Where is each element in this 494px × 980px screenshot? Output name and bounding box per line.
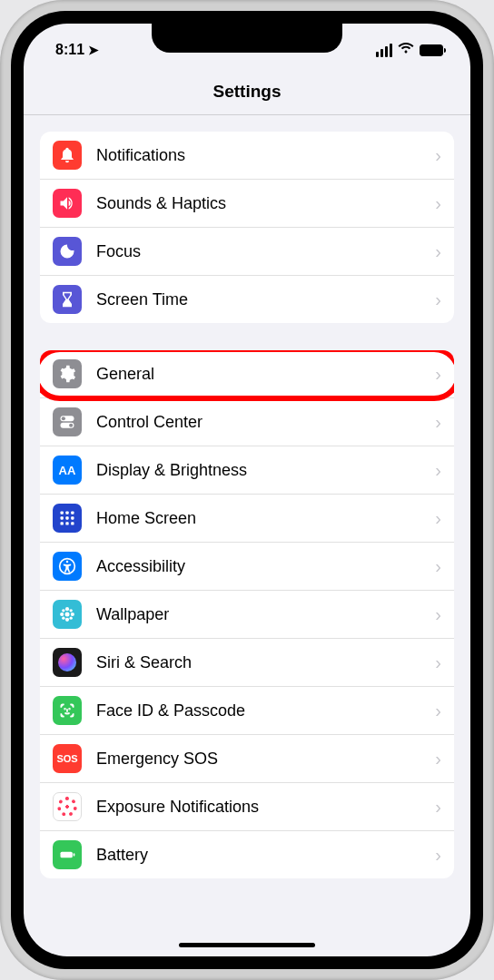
chevron-right-icon: › [435, 604, 441, 625]
svg-rect-7 [61, 516, 64, 519]
row-label: Control Center [96, 413, 435, 432]
svg-point-16 [65, 607, 69, 611]
svg-point-18 [60, 612, 64, 616]
row-screentime[interactable]: Screen Time › [40, 276, 454, 323]
svg-point-25 [69, 709, 70, 710]
row-label: Exposure Notifications [96, 798, 435, 817]
settings-list[interactable]: Notifications › Sounds & Haptics › [24, 115, 470, 939]
row-label: Screen Time [96, 290, 435, 309]
bell-icon [53, 141, 82, 170]
row-exposure[interactable]: Exposure Notifications › [40, 783, 454, 831]
svg-rect-5 [65, 512, 68, 514]
svg-rect-4 [61, 512, 64, 514]
svg-rect-12 [71, 522, 74, 524]
speaker-icon [53, 189, 82, 218]
chevron-right-icon: › [435, 364, 441, 385]
svg-point-21 [70, 609, 73, 612]
row-label: Battery [96, 846, 435, 865]
row-home-screen[interactable]: Home Screen › [40, 495, 454, 543]
row-label: Notifications [96, 146, 435, 165]
home-indicator[interactable] [179, 943, 315, 947]
row-label: Emergency SOS [96, 750, 435, 769]
chevron-right-icon: › [435, 193, 441, 214]
exposure-icon [53, 792, 82, 821]
svg-point-20 [62, 609, 64, 612]
svg-point-1 [62, 416, 65, 420]
chevron-right-icon: › [435, 145, 441, 166]
siri-icon [53, 648, 82, 677]
row-label: Siri & Search [96, 653, 435, 672]
sos-icon: SOS [53, 744, 82, 773]
chevron-right-icon: › [435, 652, 441, 673]
row-general[interactable]: General › [40, 350, 454, 398]
faceid-icon [53, 696, 82, 725]
page-title: Settings [24, 82, 470, 102]
row-label: Display & Brightness [96, 461, 435, 480]
toggles-icon [53, 407, 82, 436]
flower-icon [53, 600, 82, 629]
nav-header: Settings [24, 69, 470, 115]
chevron-right-icon: › [435, 460, 441, 481]
row-label: Sounds & Haptics [96, 194, 435, 213]
svg-point-15 [65, 612, 70, 617]
hourglass-icon [53, 285, 82, 314]
row-label: Focus [96, 242, 435, 261]
settings-group: Notifications › Sounds & Haptics › [40, 132, 454, 323]
svg-rect-6 [71, 512, 74, 514]
row-focus[interactable]: Focus › [40, 228, 454, 276]
phone-frame: 8:11 ➤ Settings [0, 0, 494, 980]
svg-point-3 [69, 424, 73, 427]
svg-point-23 [70, 617, 73, 620]
row-display[interactable]: AA Display & Brightness › [40, 446, 454, 495]
battery-icon [53, 840, 82, 869]
cellular-signal-icon [376, 44, 392, 57]
svg-rect-10 [61, 522, 64, 524]
status-time: 8:11 [55, 42, 84, 58]
grid-icon [53, 504, 82, 533]
row-label: Wallpaper [96, 605, 435, 624]
svg-rect-27 [74, 853, 75, 856]
row-label: Face ID & Passcode [96, 701, 435, 720]
row-sos[interactable]: SOS Emergency SOS › [40, 735, 454, 783]
chevron-right-icon: › [435, 749, 441, 769]
svg-point-24 [64, 709, 65, 710]
chevron-right-icon: › [435, 845, 441, 866]
svg-point-14 [66, 561, 69, 564]
svg-rect-9 [71, 516, 74, 519]
row-label: Home Screen [96, 509, 435, 528]
chevron-right-icon: › [435, 701, 441, 721]
chevron-right-icon: › [435, 289, 441, 310]
row-sounds[interactable]: Sounds & Haptics › [40, 180, 454, 228]
gear-icon [53, 359, 82, 388]
row-faceid[interactable]: Face ID & Passcode › [40, 687, 454, 735]
row-control-center[interactable]: Control Center › [40, 398, 454, 446]
svg-rect-8 [65, 516, 68, 519]
chevron-right-icon: › [435, 556, 441, 577]
svg-rect-11 [65, 522, 68, 524]
accessibility-icon [53, 552, 82, 581]
svg-point-22 [62, 617, 64, 620]
row-accessibility[interactable]: Accessibility › [40, 543, 454, 591]
row-battery[interactable]: Battery › [40, 831, 454, 878]
battery-icon [420, 44, 443, 56]
row-notifications[interactable]: Notifications › [40, 132, 454, 180]
row-label: General [96, 365, 435, 384]
row-siri[interactable]: Siri & Search › [40, 639, 454, 687]
chevron-right-icon: › [435, 508, 441, 529]
svg-point-17 [65, 618, 69, 622]
notch [152, 24, 342, 53]
settings-group: General › Control Center › AA Display & … [40, 350, 454, 878]
wifi-icon [398, 42, 414, 58]
svg-rect-26 [61, 852, 73, 858]
svg-point-19 [71, 612, 74, 616]
row-wallpaper[interactable]: Wallpaper › [40, 591, 454, 639]
chevron-right-icon: › [435, 412, 441, 433]
location-icon: ➤ [88, 43, 99, 57]
moon-icon [53, 237, 82, 266]
text-size-icon: AA [53, 456, 82, 485]
chevron-right-icon: › [435, 241, 441, 262]
row-label: Accessibility [96, 557, 435, 576]
chevron-right-icon: › [435, 797, 441, 818]
